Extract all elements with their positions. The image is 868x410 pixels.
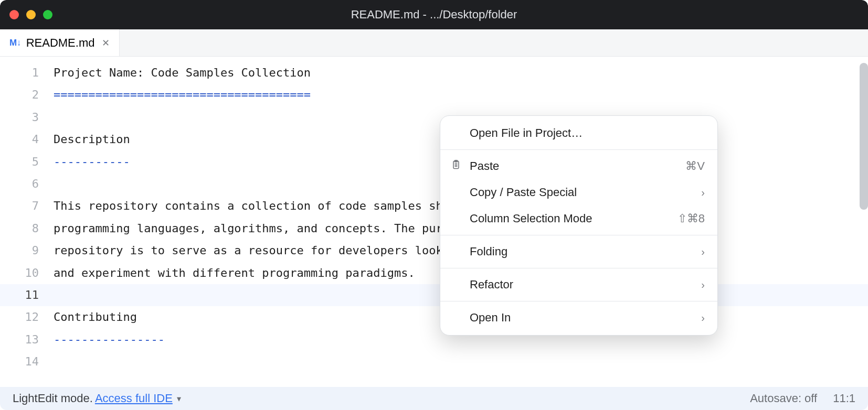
line-number: 14 <box>0 351 48 373</box>
maximize-window-button[interactable] <box>43 10 52 19</box>
chevron-right-icon: › <box>701 279 705 291</box>
menu-shortcut: ⌘V <box>685 159 705 173</box>
scroll-thumb[interactable] <box>860 63 868 210</box>
menu-item-label: Paste <box>470 159 499 173</box>
context-menu: Open File in Project…Paste⌘VCopy / Paste… <box>440 115 718 336</box>
titlebar: README.md - .../Desktop/folder <box>0 0 868 29</box>
line-number: 3 <box>0 106 48 128</box>
line-number: 11 <box>0 284 48 306</box>
menu-item-paste[interactable]: Paste⌘V <box>440 153 717 179</box>
menu-item-copy-paste-special[interactable]: Copy / Paste Special› <box>440 179 717 206</box>
menu-item-open-file-in-project[interactable]: Open File in Project… <box>440 120 717 146</box>
chevron-down-icon[interactable]: ▾ <box>177 394 181 404</box>
menu-item-label: Open File in Project… <box>470 126 583 140</box>
line-number: 10 <box>0 262 48 284</box>
menu-item-label: Open In <box>470 311 511 325</box>
menu-shortcut: ⇧⌘8 <box>678 212 705 225</box>
menu-separator <box>440 235 717 235</box>
minimize-window-button[interactable] <box>26 10 36 19</box>
menu-item-folding[interactable]: Folding› <box>440 239 717 265</box>
chevron-right-icon: › <box>701 246 705 258</box>
autosave-status[interactable]: Autosave: off <box>750 392 817 405</box>
window-title: README.md - .../Desktop/folder <box>351 8 517 21</box>
window-controls <box>9 10 52 19</box>
menu-item-refactor[interactable]: Refactor› <box>440 272 717 298</box>
menu-item-label: Folding <box>470 245 507 258</box>
line-number: 9 <box>0 240 48 262</box>
access-full-ide-link[interactable]: Access full IDE <box>95 392 173 405</box>
close-tab-icon[interactable]: ✕ <box>100 37 112 49</box>
line-number-gutter: 1234567891011121314 <box>0 57 48 387</box>
markdown-file-icon: M↓ <box>9 38 21 48</box>
tab-label: README.md <box>26 36 95 50</box>
line-number: 13 <box>0 329 48 351</box>
menu-item-label: Copy / Paste Special <box>470 186 577 199</box>
line-number: 8 <box>0 218 48 240</box>
menu-separator <box>440 268 717 268</box>
chevron-right-icon: › <box>701 312 705 324</box>
close-window-button[interactable] <box>9 10 19 19</box>
status-bar: LightEdit mode. Access full IDE ▾ Autosa… <box>0 387 868 410</box>
editor[interactable]: 1234567891011121314 Project Name: Code S… <box>0 57 868 387</box>
code-line[interactable] <box>48 351 868 373</box>
lightedit-mode-label: LightEdit mode. <box>13 392 93 405</box>
code-line[interactable]: ===================================== <box>48 84 868 106</box>
tab-readme[interactable]: M↓ README.md ✕ <box>0 29 120 56</box>
line-number: 6 <box>0 173 48 195</box>
tab-bar: M↓ README.md ✕ <box>0 29 868 57</box>
line-number: 7 <box>0 195 48 217</box>
cursor-position[interactable]: 11:1 <box>833 392 855 405</box>
menu-item-label: Refactor <box>470 278 513 292</box>
clipboard-icon <box>451 159 461 174</box>
chevron-right-icon: › <box>701 187 705 199</box>
line-number: 5 <box>0 151 48 173</box>
menu-item-label: Column Selection Mode <box>470 212 592 225</box>
line-number: 12 <box>0 306 48 328</box>
line-number: 2 <box>0 84 48 106</box>
menu-separator <box>440 149 717 150</box>
menu-item-column-selection-mode[interactable]: Column Selection Mode⇧⌘8 <box>440 206 717 232</box>
menu-separator <box>440 301 717 301</box>
line-number: 1 <box>0 62 48 84</box>
code-line[interactable]: Project Name: Code Samples Collection <box>48 62 868 84</box>
line-number: 4 <box>0 128 48 150</box>
menu-item-open-in[interactable]: Open In› <box>440 305 717 331</box>
vertical-scrollbar[interactable] <box>860 63 868 220</box>
